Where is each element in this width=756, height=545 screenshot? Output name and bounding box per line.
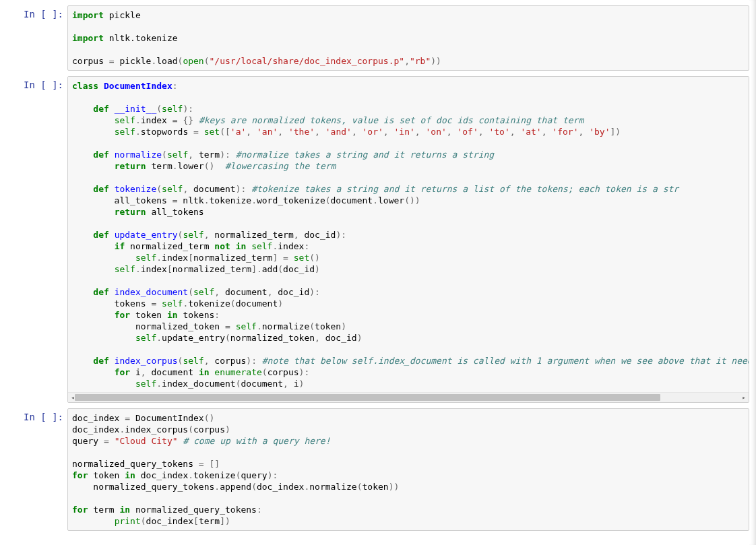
code-line: doc_index = DocumentIndex() (72, 412, 745, 424)
code-cell[interactable]: In [ ]: import pickle import nltk.tokeni… (7, 5, 749, 71)
code-line (72, 275, 745, 286)
code-line (72, 92, 745, 103)
code-line: def update_entry(self, normalized_term, … (72, 229, 745, 241)
code-line: all_tokens = nltk.tokenize.word_tokenize… (72, 195, 745, 206)
code-line (72, 447, 745, 458)
code-line: corpus = pickle.load(open("/usr/local/sh… (72, 55, 745, 67)
code-line: def index_document(self, document, doc_i… (72, 286, 745, 298)
notebook-container: In [ ]: import pickle import nltk.tokeni… (0, 0, 756, 539)
code-line: import pickle (72, 9, 745, 21)
code-line: return all_tokens (72, 206, 745, 218)
code-line: doc_index.index_corpus(corpus) (72, 424, 745, 435)
scrollbar-thumb[interactable] (75, 394, 660, 401)
input-prompt: In [ ]: (7, 76, 67, 403)
input-prompt: In [ ]: (7, 5, 67, 71)
code-line (72, 21, 745, 32)
input-prompt: In [ ]: (7, 408, 67, 531)
code-line: self.index[normalized_term] = set() (72, 252, 745, 263)
code-line: self.stopwords = set(['a', 'an', 'the', … (72, 126, 745, 137)
code-line: def normalize(self, term): #normalize ta… (72, 149, 745, 160)
code-line: self.update_entry(normalized_token, doc_… (72, 332, 745, 344)
code-line: normalized_query_tokens = [] (72, 458, 745, 470)
code-line (72, 344, 745, 355)
code-input-area[interactable]: import pickle import nltk.tokenize corpu… (67, 5, 749, 71)
code-line (72, 492, 745, 504)
code-line: self.index = {} #keys are normalized tok… (72, 115, 745, 126)
code-line (72, 172, 745, 183)
code-line: def tokenize(self, document): #tokenize … (72, 183, 745, 195)
code-line (72, 218, 745, 229)
code-line: tokens = self.tokenize(document) (72, 298, 745, 309)
code-input-area[interactable]: doc_index = DocumentIndex()doc_index.ind… (67, 408, 749, 531)
code-line: import nltk.tokenize (72, 32, 745, 44)
code-line: print(doc_index[term]) (72, 515, 745, 527)
code-cell[interactable]: In [ ]: doc_index = DocumentIndex()doc_i… (7, 408, 749, 531)
code-line: if normalized_term not in self.index: (72, 241, 745, 252)
code-line: for token in doc_index.tokenize(query): (72, 470, 745, 481)
code-line: return term.lower() #lowercasing the ter… (72, 160, 745, 172)
code-line: for i, document in enumerate(corpus): (72, 366, 745, 378)
code-line: def __init__(self): (72, 103, 745, 115)
horizontal-scrollbar[interactable]: ◂▸ (68, 392, 749, 402)
code-line: normalized_token = self.normalize(token) (72, 321, 745, 332)
code-line: for term in normalized_query_tokens: (72, 504, 745, 515)
code-line: class DocumentIndex: (72, 80, 745, 92)
code-line: query = "Cloud City" # come up with a qu… (72, 435, 745, 447)
code-line: def index_corpus(self, corpus): #note th… (72, 355, 745, 366)
code-line (72, 137, 745, 149)
code-cell[interactable]: In [ ]: class DocumentIndex: def __init_… (7, 76, 749, 403)
code-input-area[interactable]: class DocumentIndex: def __init__(self):… (67, 76, 749, 403)
code-line: self.index[normalized_term].add(doc_id) (72, 263, 745, 275)
code-line (72, 44, 745, 55)
code-line: normalized_query_tokens.append(doc_index… (72, 481, 745, 492)
code-line: self.index_document(document, i) (72, 378, 745, 389)
code-line: for token in tokens: (72, 309, 745, 321)
scroll-right-icon[interactable]: ▸ (739, 393, 749, 402)
